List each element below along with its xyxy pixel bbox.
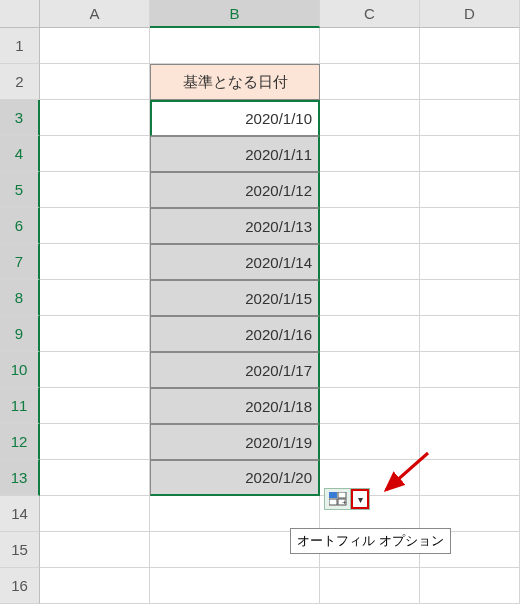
cell-C2[interactable]	[320, 64, 420, 100]
cell-D3[interactable]	[420, 100, 520, 136]
cell-B12[interactable]: 2020/1/19	[150, 424, 320, 460]
cell-C5[interactable]	[320, 172, 420, 208]
cell-C4[interactable]	[320, 136, 420, 172]
cell-A6[interactable]	[40, 208, 150, 244]
svg-rect-1	[329, 499, 337, 505]
autofill-dropdown-arrow[interactable]: ▾	[351, 489, 369, 509]
cell-A5[interactable]	[40, 172, 150, 208]
row-header-11[interactable]: 11	[0, 388, 40, 424]
row-header-14[interactable]: 14	[0, 496, 40, 532]
cell-A13[interactable]	[40, 460, 150, 496]
row-header-6[interactable]: 6	[0, 208, 40, 244]
cell-A16[interactable]	[40, 568, 150, 604]
chevron-down-icon: ▾	[358, 494, 363, 505]
cell-D12[interactable]	[420, 424, 520, 460]
row-header-9[interactable]: 9	[0, 316, 40, 352]
autofill-options-button[interactable]: + ▾	[324, 488, 370, 510]
cell-B10[interactable]: 2020/1/17	[150, 352, 320, 388]
cell-C6[interactable]	[320, 208, 420, 244]
row-header-15[interactable]: 15	[0, 532, 40, 568]
cell-A10[interactable]	[40, 352, 150, 388]
row-header-12[interactable]: 12	[0, 424, 40, 460]
cell-A12[interactable]	[40, 424, 150, 460]
cell-B16[interactable]	[150, 568, 320, 604]
cell-B5[interactable]: 2020/1/12	[150, 172, 320, 208]
cell-A1[interactable]	[40, 28, 150, 64]
cell-C8[interactable]	[320, 280, 420, 316]
cell-C16[interactable]	[320, 568, 420, 604]
cell-D9[interactable]	[420, 316, 520, 352]
cell-B13[interactable]: 2020/1/20	[150, 460, 320, 496]
cell-A15[interactable]	[40, 532, 150, 568]
cell-B4[interactable]: 2020/1/11	[150, 136, 320, 172]
cell-A4[interactable]	[40, 136, 150, 172]
cell-A11[interactable]	[40, 388, 150, 424]
cell-A14[interactable]	[40, 496, 150, 532]
cell-B9[interactable]: 2020/1/16	[150, 316, 320, 352]
svg-text:+: +	[342, 498, 347, 506]
cell-B11[interactable]: 2020/1/18	[150, 388, 320, 424]
cell-C7[interactable]	[320, 244, 420, 280]
row-header-7[interactable]: 7	[0, 244, 40, 280]
cell-B3[interactable]: 2020/1/10	[150, 100, 320, 136]
row-header-4[interactable]: 4	[0, 136, 40, 172]
row-header-10[interactable]: 10	[0, 352, 40, 388]
cell-B1[interactable]	[150, 28, 320, 64]
cell-C10[interactable]	[320, 352, 420, 388]
spreadsheet-grid[interactable]: A B C D 1 2 基準となる日付 3 2020/1/10 4 2020/1…	[0, 0, 527, 604]
cell-B6[interactable]: 2020/1/13	[150, 208, 320, 244]
cell-B7[interactable]: 2020/1/14	[150, 244, 320, 280]
cell-D13[interactable]	[420, 460, 520, 496]
row-header-13[interactable]: 13	[0, 460, 40, 496]
cell-D7[interactable]	[420, 244, 520, 280]
autofill-tooltip: オートフィル オプション	[290, 528, 451, 554]
cell-D14[interactable]	[420, 496, 520, 532]
cell-C1[interactable]	[320, 28, 420, 64]
select-all-corner[interactable]	[0, 0, 40, 28]
cell-D10[interactable]	[420, 352, 520, 388]
cell-A8[interactable]	[40, 280, 150, 316]
cell-D8[interactable]	[420, 280, 520, 316]
row-header-5[interactable]: 5	[0, 172, 40, 208]
cell-C12[interactable]	[320, 424, 420, 460]
cell-B14[interactable]	[150, 496, 320, 532]
row-header-1[interactable]: 1	[0, 28, 40, 64]
cell-B2[interactable]: 基準となる日付	[150, 64, 320, 100]
col-header-C[interactable]: C	[320, 0, 420, 28]
row-header-8[interactable]: 8	[0, 280, 40, 316]
svg-rect-0	[329, 492, 337, 498]
cell-D5[interactable]	[420, 172, 520, 208]
cell-A9[interactable]	[40, 316, 150, 352]
cell-D4[interactable]	[420, 136, 520, 172]
cell-A7[interactable]	[40, 244, 150, 280]
cell-D16[interactable]	[420, 568, 520, 604]
row-header-16[interactable]: 16	[0, 568, 40, 604]
cell-D6[interactable]	[420, 208, 520, 244]
col-header-A[interactable]: A	[40, 0, 150, 28]
row-header-2[interactable]: 2	[0, 64, 40, 100]
cell-D2[interactable]	[420, 64, 520, 100]
cell-A2[interactable]	[40, 64, 150, 100]
cell-D11[interactable]	[420, 388, 520, 424]
cell-B8[interactable]: 2020/1/15	[150, 280, 320, 316]
cell-C11[interactable]	[320, 388, 420, 424]
cell-D1[interactable]	[420, 28, 520, 64]
col-header-D[interactable]: D	[420, 0, 520, 28]
cell-A3[interactable]	[40, 100, 150, 136]
row-header-3[interactable]: 3	[0, 100, 40, 136]
autofill-options-icon: +	[325, 489, 351, 509]
cell-C9[interactable]	[320, 316, 420, 352]
cell-C3[interactable]	[320, 100, 420, 136]
col-header-B[interactable]: B	[150, 0, 320, 28]
